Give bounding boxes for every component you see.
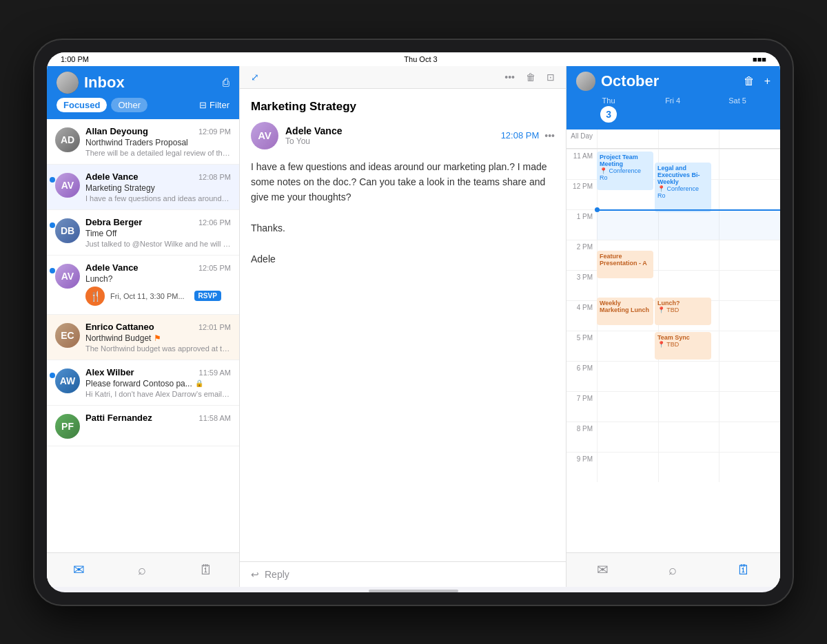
filter-icon: ⊟ bbox=[199, 100, 207, 110]
more-icon[interactable]: ••• bbox=[504, 72, 515, 83]
sender-to: To You bbox=[285, 136, 343, 146]
tab-other[interactable]: Other bbox=[111, 98, 147, 112]
cal-mail-icon[interactable]: ✉ bbox=[591, 556, 614, 583]
all-day-row: All Day bbox=[566, 129, 780, 149]
lock-icon: 🔒 bbox=[195, 380, 203, 387]
time-label-12pm: 12 PM bbox=[566, 180, 597, 209]
email-options-icon[interactable]: ••• bbox=[544, 130, 555, 141]
event-team-sync[interactable]: Team Sync 📍 TBD bbox=[655, 332, 711, 360]
cal-col-sat-7 bbox=[719, 392, 780, 422]
avatar-initials: DB bbox=[61, 225, 74, 236]
now-highlight bbox=[597, 209, 780, 240]
event-legal-executives[interactable]: Legal and Executives Bi-Weekly 📍 Confere… bbox=[655, 163, 711, 212]
reply-icon: ↩ bbox=[251, 569, 259, 580]
all-day-label: All Day bbox=[566, 129, 597, 148]
inbox-title-row: Inbox bbox=[57, 72, 125, 94]
tablet-frame: 1:00 PM Thu Oct 3 ■■■ Inbox ⎙ bbox=[34, 40, 793, 605]
cal-day-thu[interactable]: Thu 3 bbox=[600, 96, 617, 123]
calendar-tab-icon[interactable]: 🗓 bbox=[194, 557, 218, 583]
event-project-team[interactable]: Project Team Meeting 📍 Conference Ro bbox=[597, 152, 653, 190]
cal-day-label: Sat 5 bbox=[728, 96, 746, 105]
cal-col-sat-8 bbox=[719, 422, 780, 452]
email-item[interactable]: AD Allan Deyoung 12:09 PM Northwind Trad… bbox=[47, 119, 239, 165]
filter-label: Filter bbox=[210, 100, 229, 110]
avatar: AV bbox=[55, 173, 80, 198]
email-preview: Just talked to @Nestor Wilke and he will… bbox=[85, 240, 231, 248]
email-sender: Allan Deyoung bbox=[85, 126, 148, 136]
email-sender: Adele Vance bbox=[85, 262, 139, 273]
email-time: 12:05 PM bbox=[198, 264, 231, 272]
cal-cal-icon[interactable]: 🗓 bbox=[731, 557, 756, 583]
event-lunch[interactable]: Lunch? 📍 TBD bbox=[655, 298, 711, 325]
cal-header-top: October 🗑 + bbox=[576, 72, 770, 91]
sender-info: AV Adele Vance To You bbox=[251, 122, 343, 149]
time-label-7pm: 7 PM bbox=[566, 392, 597, 422]
email-header-row: Allan Deyoung 12:09 PM bbox=[85, 126, 231, 136]
email-timestamp: 12:08 PM bbox=[501, 130, 540, 141]
avatar: EC bbox=[55, 323, 80, 348]
email-item[interactable]: AV Adele Vance 12:08 PM Marketing Strate… bbox=[47, 165, 239, 210]
email-sender: Enrico Cattaneo bbox=[85, 322, 154, 332]
email-list: AD Allan Deyoung 12:09 PM Northwind Trad… bbox=[47, 119, 239, 552]
cal-col-fri-6 bbox=[658, 362, 719, 391]
event-location: 📍 Conference Ro bbox=[657, 185, 708, 199]
time-label-9pm: 9 PM bbox=[566, 453, 597, 482]
inbox-user-avatar[interactable] bbox=[57, 72, 79, 94]
email-meta-row: AV Adele Vance To You 12:08 PM ••• bbox=[251, 122, 555, 149]
cal-add-icon[interactable]: + bbox=[764, 75, 770, 87]
filter-button[interactable]: ⊟ Filter bbox=[199, 100, 229, 110]
avatar-initials: AV bbox=[61, 271, 74, 282]
rsvp-badge[interactable]: RSVP bbox=[194, 291, 221, 301]
archive-icon[interactable]: ⊡ bbox=[547, 72, 555, 83]
inbox-tabs: Focused Other bbox=[57, 98, 147, 112]
cal-search-icon[interactable]: ⌕ bbox=[663, 557, 682, 583]
email-item[interactable]: PF Patti Fernandez 11:58 AM bbox=[47, 406, 239, 446]
now-line bbox=[597, 209, 780, 211]
invite-time: Fri, Oct 11, 3:30 PM... bbox=[110, 292, 185, 300]
calendar-bottom-bar: ✉ ⌕ 🗓 bbox=[566, 552, 780, 587]
search-tab-icon[interactable]: ⌕ bbox=[132, 557, 152, 583]
cal-user-avatar[interactable] bbox=[576, 72, 595, 91]
invite-row: 🍴 Fri, Oct 11, 3:30 PM... RSVP bbox=[85, 285, 231, 307]
avatar: AW bbox=[55, 368, 80, 393]
calendar-header: October 🗑 + Thu 3 Fri 4 bbox=[566, 66, 780, 129]
event-weekly-marketing[interactable]: Weekly Marketing Lunch bbox=[597, 298, 653, 325]
email-content: Enrico Cattaneo 12:01 PM Northwind Budge… bbox=[85, 322, 231, 353]
cal-col-thu-allday bbox=[597, 129, 658, 148]
email-subject: Time Off bbox=[85, 229, 231, 238]
email-item[interactable]: DB Debra Berger 12:06 PM Time Off Just t… bbox=[47, 210, 239, 256]
email-sender: Adele Vance bbox=[85, 172, 139, 182]
tab-focused[interactable]: Focused bbox=[57, 98, 107, 112]
delete-icon[interactable]: 🗑 bbox=[526, 72, 535, 83]
tablet-screen: 1:00 PM Thu Oct 3 ■■■ Inbox ⎙ bbox=[47, 52, 780, 592]
cal-col-fri-2 bbox=[658, 240, 719, 270]
reply-bar[interactable]: ↩ Reply bbox=[240, 561, 566, 587]
event-title: Project Team Meeting bbox=[600, 154, 651, 167]
avatar-initials: AW bbox=[60, 375, 76, 386]
cal-col-thu-7 bbox=[597, 392, 658, 422]
time-label-8pm: 8 PM bbox=[566, 422, 597, 452]
cal-day-fri[interactable]: Fri 4 bbox=[665, 96, 680, 123]
email-item[interactable]: EC Enrico Cattaneo 12:01 PM Northwind Bu… bbox=[47, 315, 239, 360]
cal-delete-icon[interactable]: 🗑 bbox=[744, 75, 755, 87]
cal-col-sat-5 bbox=[719, 331, 780, 361]
cal-day-sat[interactable]: Sat 5 bbox=[728, 96, 746, 123]
event-title: Legal and Executives Bi-Weekly bbox=[657, 165, 708, 185]
mail-tab-icon[interactable]: ✉ bbox=[68, 556, 90, 583]
detail-header: ⤢ ••• 🗑 ⊡ bbox=[240, 66, 566, 89]
inbox-header: Inbox ⎙ Focused Other ⊟ Filter bbox=[47, 66, 239, 119]
event-feature-presentation[interactable]: Feature Presentation - A bbox=[597, 251, 653, 278]
back-icon[interactable]: ⤢ bbox=[251, 72, 259, 83]
compose-icon[interactable]: ⎙ bbox=[223, 76, 229, 89]
email-detail-subject: Marketing Strategy bbox=[251, 100, 555, 114]
event-title: Feature Presentation - A bbox=[600, 253, 651, 267]
cal-col-sat-4 bbox=[719, 301, 780, 331]
avatar: AD bbox=[55, 127, 80, 152]
sender-name: Adele Vance bbox=[285, 125, 343, 136]
email-body: I have a few questions and ideas around … bbox=[251, 159, 555, 267]
cal-day-num: 3 bbox=[600, 106, 617, 123]
email-item[interactable]: AV Adele Vance 12:05 PM Lunch? 🍴 Fri, Oc… bbox=[47, 256, 239, 315]
cal-row-7pm: 7 PM bbox=[566, 391, 780, 422]
email-item[interactable]: AW Alex Wilber 11:59 AM Please forward C… bbox=[47, 360, 239, 406]
email-time: 11:58 AM bbox=[199, 414, 231, 422]
